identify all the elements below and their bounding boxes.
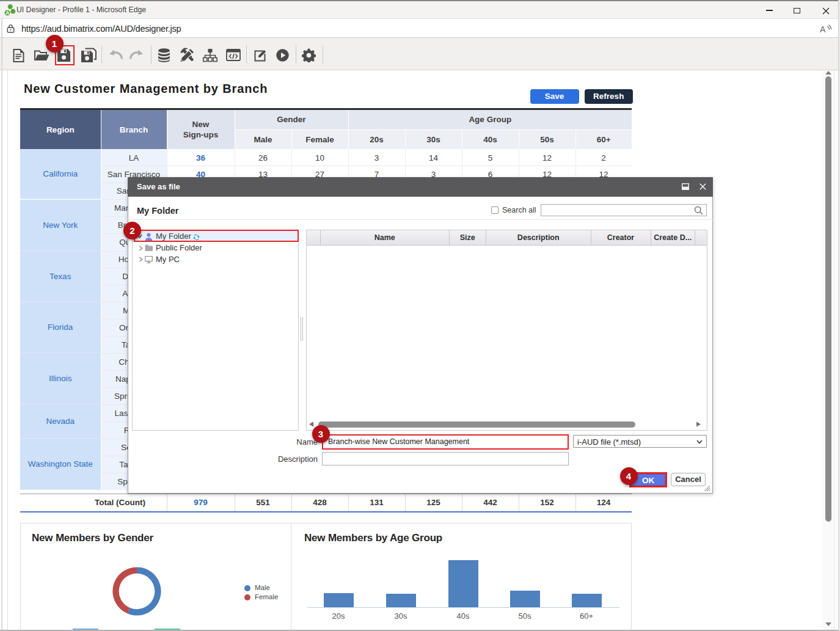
svg-text:A: A [820, 24, 826, 34]
svg-text:A: A [5, 10, 10, 16]
